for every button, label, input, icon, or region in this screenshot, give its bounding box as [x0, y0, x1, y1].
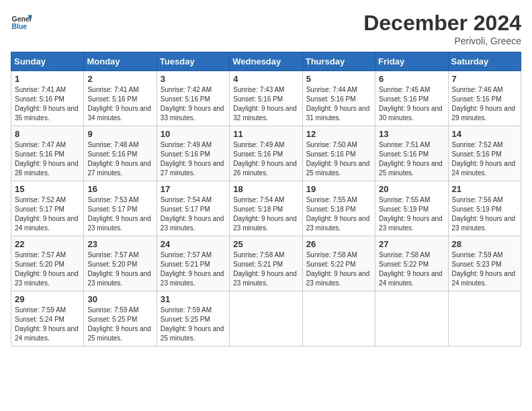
- day-info: Sunrise: 7:46 AMSunset: 5:16 PMDaylight:…: [452, 86, 516, 122]
- day-number: 4: [233, 74, 298, 84]
- day-number: 12: [306, 129, 371, 139]
- day-number: 25: [233, 239, 298, 249]
- day-number: 8: [15, 129, 80, 139]
- day-info: Sunrise: 7:58 AMSunset: 5:21 PMDaylight:…: [233, 251, 297, 287]
- page-header: General Blue December 2024 Perivoli, Gre…: [11, 11, 521, 46]
- day-info: Sunrise: 7:47 AMSunset: 5:16 PMDaylight:…: [15, 141, 79, 177]
- calendar-cell: 24Sunrise: 7:57 AMSunset: 5:21 PMDayligh…: [157, 236, 229, 291]
- day-number: 10: [161, 129, 226, 139]
- calendar-cell: [375, 291, 448, 347]
- day-info: Sunrise: 7:59 AMSunset: 5:24 PMDaylight:…: [15, 306, 79, 342]
- day-number: 3: [161, 74, 226, 84]
- calendar-cell: 21Sunrise: 7:56 AMSunset: 5:19 PMDayligh…: [448, 181, 521, 236]
- day-number: 18: [233, 184, 298, 194]
- calendar-cell: 3Sunrise: 7:42 AMSunset: 5:16 PMDaylight…: [157, 71, 229, 126]
- day-info: Sunrise: 7:52 AMSunset: 5:16 PMDaylight:…: [452, 141, 516, 177]
- weekday-header: Saturday: [448, 52, 521, 71]
- week-row: 15Sunrise: 7:52 AMSunset: 5:17 PMDayligh…: [11, 181, 521, 236]
- calendar-table: SundayMondayTuesdayWednesdayThursdayFrid…: [11, 52, 521, 347]
- day-number: 26: [306, 239, 371, 249]
- day-info: Sunrise: 7:49 AMSunset: 5:16 PMDaylight:…: [161, 141, 224, 177]
- day-number: 13: [379, 129, 444, 139]
- day-info: Sunrise: 7:41 AMSunset: 5:16 PMDaylight:…: [87, 86, 151, 122]
- calendar-cell: 2Sunrise: 7:41 AMSunset: 5:16 PMDaylight…: [84, 71, 157, 126]
- calendar-cell: 18Sunrise: 7:54 AMSunset: 5:18 PMDayligh…: [230, 181, 302, 236]
- day-number: 9: [87, 129, 152, 139]
- calendar-cell: 31Sunrise: 7:59 AMSunset: 5:25 PMDayligh…: [157, 291, 229, 347]
- day-info: Sunrise: 7:51 AMSunset: 5:16 PMDaylight:…: [379, 141, 443, 177]
- day-number: 17: [161, 184, 226, 194]
- day-info: Sunrise: 7:57 AMSunset: 5:21 PMDaylight:…: [161, 251, 224, 287]
- logo: General Blue: [11, 11, 32, 32]
- day-number: 11: [233, 129, 298, 139]
- calendar-cell: [448, 291, 521, 347]
- day-info: Sunrise: 7:42 AMSunset: 5:16 PMDaylight:…: [161, 86, 224, 122]
- calendar-cell: [302, 291, 375, 347]
- day-number: 2: [87, 74, 152, 84]
- logo-icon: General Blue: [11, 11, 32, 32]
- month-title: December 2024: [363, 11, 521, 36]
- day-info: Sunrise: 7:55 AMSunset: 5:18 PMDaylight:…: [306, 196, 370, 232]
- day-number: 7: [452, 74, 517, 84]
- week-row: 8Sunrise: 7:47 AMSunset: 5:16 PMDaylight…: [11, 126, 521, 181]
- day-info: Sunrise: 7:57 AMSunset: 5:20 PMDaylight:…: [15, 251, 79, 287]
- weekday-header: Sunday: [11, 52, 84, 71]
- day-info: Sunrise: 7:50 AMSunset: 5:16 PMDaylight:…: [306, 141, 370, 177]
- day-number: 23: [87, 239, 152, 249]
- calendar-cell: 30Sunrise: 7:59 AMSunset: 5:25 PMDayligh…: [84, 291, 157, 347]
- day-info: Sunrise: 7:59 AMSunset: 5:23 PMDaylight:…: [452, 251, 516, 287]
- day-number: 27: [379, 239, 444, 249]
- day-info: Sunrise: 7:54 AMSunset: 5:18 PMDaylight:…: [233, 196, 297, 232]
- day-number: 1: [15, 74, 80, 84]
- day-info: Sunrise: 7:56 AMSunset: 5:19 PMDaylight:…: [452, 196, 516, 232]
- calendar-cell: 22Sunrise: 7:57 AMSunset: 5:20 PMDayligh…: [11, 236, 84, 291]
- calendar-cell: 9Sunrise: 7:48 AMSunset: 5:16 PMDaylight…: [84, 126, 157, 181]
- day-number: 15: [15, 184, 80, 194]
- calendar-cell: 26Sunrise: 7:58 AMSunset: 5:22 PMDayligh…: [302, 236, 375, 291]
- calendar-cell: 29Sunrise: 7:59 AMSunset: 5:24 PMDayligh…: [11, 291, 84, 347]
- day-info: Sunrise: 7:55 AMSunset: 5:19 PMDaylight:…: [379, 196, 443, 232]
- calendar-cell: 23Sunrise: 7:57 AMSunset: 5:20 PMDayligh…: [84, 236, 157, 291]
- weekday-header: Monday: [84, 52, 157, 71]
- calendar-cell: 5Sunrise: 7:44 AMSunset: 5:16 PMDaylight…: [302, 71, 375, 126]
- weekday-header: Thursday: [302, 52, 375, 71]
- weekday-header: Friday: [375, 52, 448, 71]
- calendar-cell: 6Sunrise: 7:45 AMSunset: 5:16 PMDaylight…: [375, 71, 448, 126]
- day-info: Sunrise: 7:58 AMSunset: 5:22 PMDaylight:…: [306, 251, 370, 287]
- week-row: 22Sunrise: 7:57 AMSunset: 5:20 PMDayligh…: [11, 236, 521, 291]
- svg-text:Blue: Blue: [12, 23, 28, 30]
- day-info: Sunrise: 7:57 AMSunset: 5:20 PMDaylight:…: [87, 251, 151, 287]
- week-row: 1Sunrise: 7:41 AMSunset: 5:16 PMDaylight…: [11, 71, 521, 126]
- day-number: 24: [161, 239, 226, 249]
- day-info: Sunrise: 7:43 AMSunset: 5:16 PMDaylight:…: [233, 86, 297, 122]
- day-number: 19: [306, 184, 371, 194]
- calendar-cell: 10Sunrise: 7:49 AMSunset: 5:16 PMDayligh…: [157, 126, 229, 181]
- week-row: 29Sunrise: 7:59 AMSunset: 5:24 PMDayligh…: [11, 291, 521, 347]
- calendar-cell: 27Sunrise: 7:58 AMSunset: 5:22 PMDayligh…: [375, 236, 448, 291]
- day-info: Sunrise: 7:52 AMSunset: 5:17 PMDaylight:…: [15, 196, 79, 232]
- day-number: 30: [87, 294, 152, 304]
- day-number: 29: [15, 294, 80, 304]
- day-info: Sunrise: 7:44 AMSunset: 5:16 PMDaylight:…: [306, 86, 370, 122]
- day-number: 6: [379, 74, 444, 84]
- day-info: Sunrise: 7:53 AMSunset: 5:17 PMDaylight:…: [87, 196, 151, 232]
- weekday-header: Tuesday: [157, 52, 229, 71]
- calendar-cell: 16Sunrise: 7:53 AMSunset: 5:17 PMDayligh…: [84, 181, 157, 236]
- day-number: 28: [452, 239, 517, 249]
- day-number: 22: [15, 239, 80, 249]
- location-subtitle: Perivoli, Greece: [363, 36, 521, 46]
- day-info: Sunrise: 7:41 AMSunset: 5:16 PMDaylight:…: [15, 86, 79, 122]
- day-number: 21: [452, 184, 517, 194]
- day-info: Sunrise: 7:58 AMSunset: 5:22 PMDaylight:…: [379, 251, 443, 287]
- day-info: Sunrise: 7:54 AMSunset: 5:17 PMDaylight:…: [161, 196, 224, 232]
- title-block: December 2024 Perivoli, Greece: [363, 11, 521, 46]
- day-number: 5: [306, 74, 371, 84]
- day-number: 16: [87, 184, 152, 194]
- calendar-cell: 1Sunrise: 7:41 AMSunset: 5:16 PMDaylight…: [11, 71, 84, 126]
- calendar-cell: 25Sunrise: 7:58 AMSunset: 5:21 PMDayligh…: [230, 236, 302, 291]
- day-info: Sunrise: 7:59 AMSunset: 5:25 PMDaylight:…: [161, 306, 224, 342]
- weekday-header-row: SundayMondayTuesdayWednesdayThursdayFrid…: [11, 52, 521, 71]
- day-number: 31: [161, 294, 226, 304]
- calendar-cell: 4Sunrise: 7:43 AMSunset: 5:16 PMDaylight…: [230, 71, 302, 126]
- calendar-cell: 7Sunrise: 7:46 AMSunset: 5:16 PMDaylight…: [448, 71, 521, 126]
